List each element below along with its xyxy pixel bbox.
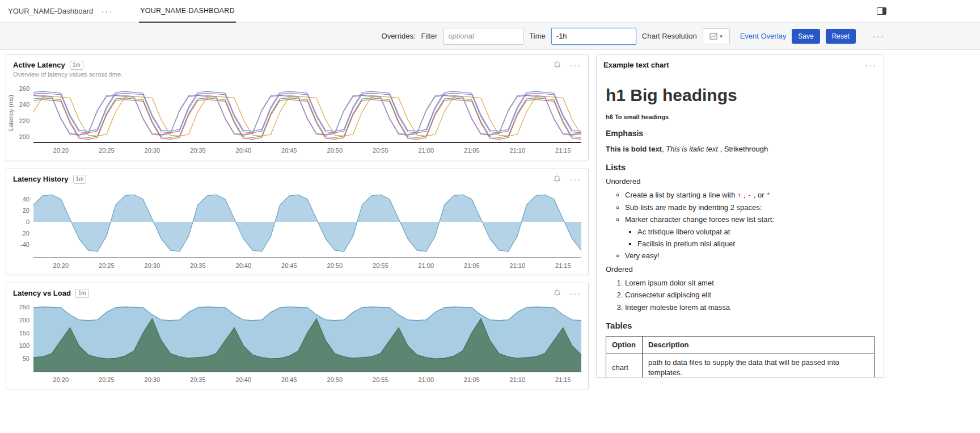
lists-heading: Lists: [606, 161, 875, 173]
latency-history-chart[interactable]: -40-200204020:2020:2520:3020:3520:4020:4…: [6, 184, 588, 271]
table-row: chart path to data files to supply the d…: [606, 354, 875, 378]
svg-text:20:30: 20:30: [145, 262, 160, 269]
list-item: Marker character change forces new list …: [625, 215, 875, 249]
nested-list: Ac tristique libero volutpat at Facilisi…: [637, 227, 875, 249]
filter-label: Filter: [421, 32, 438, 40]
h1-heading: h1 Big headings: [606, 83, 875, 107]
mini-chart-icon: [709, 33, 717, 40]
card-menu-dots-icon[interactable]: ···: [569, 288, 581, 298]
strikethrough-text: Strikethrough: [724, 145, 768, 153]
latency-vs-load-card: Latency vs Load 1m ··· 5010015020025020:…: [6, 283, 589, 389]
active-latency-chart[interactable]: 20022024026020:2020:2520:3020:3520:4020:…: [6, 78, 588, 156]
card-title: Latency History: [13, 175, 69, 183]
sidebar-toggle-icon[interactable]: [877, 7, 886, 15]
resolution-badge: 1m: [70, 61, 83, 70]
filter-input[interactable]: [443, 28, 523, 45]
bell-icon[interactable]: [553, 175, 561, 183]
list-item: Integer molestie lorem at massa: [625, 302, 875, 313]
list-item: Lorem ipsum dolor sit amet: [625, 278, 875, 288]
active-latency-card: Active Latency 1m ··· Overview of latenc…: [6, 54, 589, 161]
latency-vs-load-chart[interactable]: 5010015020025020:2020:2520:3020:3520:402…: [6, 298, 588, 385]
svg-text:20: 20: [23, 207, 29, 214]
separator-text: , or: [751, 191, 766, 199]
dashboard-group-name[interactable]: YOUR_NAME-Dashboard: [8, 7, 93, 15]
list-item: Sub-lists are made by indenting 2 spaces…: [625, 203, 875, 213]
bell-icon[interactable]: [553, 289, 561, 297]
column-header: Option: [606, 336, 643, 354]
overrides-label: Overrides:: [382, 32, 416, 40]
tab-label: YOUR_NAME-DASHBOARD: [140, 7, 234, 15]
save-button[interactable]: Save: [792, 29, 820, 44]
example-text-chart-card: Example text chart ··· h1 Big headings h…: [596, 54, 884, 378]
svg-text:20:25: 20:25: [99, 147, 115, 154]
bold-text: This is bold text: [606, 145, 662, 153]
svg-text:20:35: 20:35: [190, 262, 206, 269]
emphasis-heading: Emphasis: [606, 128, 875, 140]
card-menu-dots-icon[interactable]: ···: [865, 60, 877, 70]
svg-text:20:55: 20:55: [373, 376, 388, 383]
svg-text:20:25: 20:25: [99, 262, 115, 269]
svg-text:20:20: 20:20: [53, 376, 69, 383]
ordered-label: Ordered: [606, 264, 875, 275]
column-header: Description: [643, 336, 875, 354]
list-item: Consectetur adipiscing elit: [625, 290, 875, 300]
bell-icon[interactable]: [553, 61, 561, 69]
unordered-label: Unordered: [606, 176, 875, 187]
event-overlay-link[interactable]: Event Overlay: [740, 32, 787, 40]
svg-text:20:35: 20:35: [190, 147, 206, 154]
svg-text:-20: -20: [20, 230, 29, 237]
separator-text: ,: [741, 191, 747, 199]
svg-text:21:15: 21:15: [555, 262, 571, 269]
svg-text:20:30: 20:30: [145, 376, 160, 383]
card-header: Example text chart ···: [597, 55, 884, 70]
list-item-text: Marker character change forces new list …: [625, 215, 774, 224]
time-range-input[interactable]: [551, 28, 636, 45]
svg-text:50: 50: [23, 355, 29, 362]
chart-resolution-select[interactable]: ▾: [703, 28, 730, 44]
list-item: Very easy!: [625, 251, 875, 261]
tab-dashboard[interactable]: YOUR_NAME-DASHBOARD: [139, 0, 235, 23]
card-menu-dots-icon[interactable]: ···: [569, 60, 581, 70]
svg-text:-40: -40: [20, 241, 29, 248]
card-header: Latency History 1m ···: [6, 169, 588, 184]
reset-button[interactable]: Reset: [826, 29, 856, 44]
svg-text:40: 40: [23, 196, 29, 203]
svg-text:20:45: 20:45: [281, 262, 297, 269]
table-cell: path to data files to supply the data th…: [643, 354, 875, 378]
tables-heading: Tables: [606, 320, 875, 331]
h6-heading: h6 To small headings: [606, 113, 875, 121]
card-title: Latency vs Load: [13, 289, 71, 297]
svg-text:21:05: 21:05: [464, 262, 480, 269]
svg-text:200: 200: [19, 317, 29, 323]
svg-text:21:05: 21:05: [464, 376, 480, 383]
dashboard-grid: Active Latency 1m ··· Overview of latenc…: [0, 50, 980, 394]
svg-text:220: 220: [19, 117, 29, 124]
separator-text: ,: [718, 145, 724, 153]
svg-text:20:55: 20:55: [373, 262, 388, 269]
svg-text:20:50: 20:50: [327, 376, 343, 383]
chart-resolution-label: Chart Resolution: [642, 32, 697, 40]
svg-text:20:30: 20:30: [145, 147, 160, 154]
list-item: Ac tristique libero volutpat at: [637, 227, 875, 237]
svg-text:20:40: 20:40: [236, 376, 252, 383]
svg-text:250: 250: [19, 304, 29, 310]
emphasis-line: This is bold text, This is italic text ,…: [606, 144, 875, 154]
svg-text:0: 0: [26, 218, 29, 225]
top-header-bar: YOUR_NAME-Dashboard ··· YOUR_NAME-DASHBO…: [0, 0, 980, 23]
svg-text:21:10: 21:10: [510, 147, 526, 154]
svg-text:20:45: 20:45: [281, 376, 297, 383]
dashboard-menu-dots-icon[interactable]: ···: [101, 6, 113, 16]
table-cell: chart: [606, 354, 643, 378]
toolbar-menu-dots-icon[interactable]: ···: [873, 31, 885, 41]
svg-text:21:00: 21:00: [419, 262, 434, 269]
svg-text:200: 200: [19, 133, 29, 140]
svg-text:20:55: 20:55: [373, 147, 388, 154]
svg-text:21:15: 21:15: [555, 147, 571, 154]
resolution-badge: 1m: [73, 175, 87, 184]
card-header: Active Latency 1m ···: [6, 55, 588, 70]
card-menu-dots-icon[interactable]: ···: [569, 174, 581, 184]
charts-column: Active Latency 1m ··· Overview of latenc…: [6, 54, 589, 389]
svg-text:20:50: 20:50: [327, 147, 343, 154]
resolution-badge: 1m: [75, 289, 89, 298]
svg-text:21:00: 21:00: [419, 147, 434, 154]
